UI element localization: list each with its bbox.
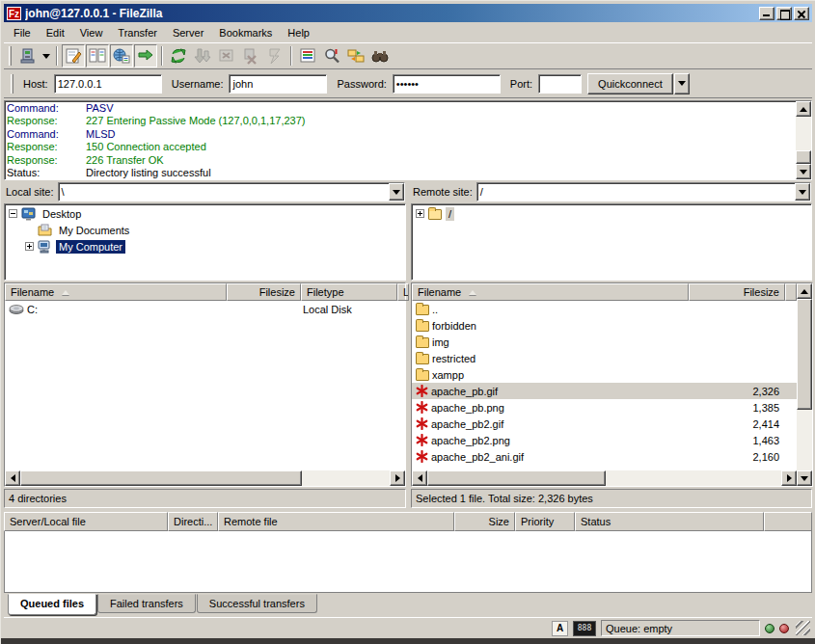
reconnect-button[interactable]: [263, 44, 286, 67]
remote-vertical-scrollbar[interactable]: [797, 283, 812, 486]
directory-listing-filters-button[interactable]: [296, 44, 319, 67]
file-row[interactable]: apache_pb2.gif 2,414: [412, 416, 797, 432]
file-row[interactable]: xampp: [412, 366, 797, 383]
resize-grip[interactable]: [796, 621, 810, 635]
menu-view[interactable]: View: [72, 24, 111, 41]
scrollbar-thumb[interactable]: [797, 299, 812, 410]
toggle-message-log-button[interactable]: [62, 44, 85, 67]
tree-item-desktop[interactable]: Desktop: [5, 205, 405, 222]
queue-list[interactable]: [4, 531, 812, 593]
column-header-filename[interactable]: Filename: [412, 283, 689, 301]
scroll-left-button[interactable]: [412, 470, 427, 486]
scroll-left-button[interactable]: [5, 470, 20, 486]
chevron-down-icon: [799, 190, 806, 195]
scrollbar-thumb[interactable]: [20, 470, 302, 486]
local-site-combobox[interactable]: \: [58, 182, 405, 201]
file-row[interactable]: apache_pb2.png 1,463: [412, 432, 797, 448]
scroll-down-button[interactable]: [797, 470, 812, 486]
speed-limit-indicator[interactable]: 888: [573, 621, 596, 636]
menu-bookmarks[interactable]: Bookmarks: [211, 24, 280, 41]
column-header-filesize[interactable]: Filesize: [227, 283, 301, 301]
quickconnect-button[interactable]: Quickconnect: [587, 73, 673, 94]
cancel-operation-button[interactable]: [215, 44, 238, 67]
combo-dropdown-button[interactable]: [795, 183, 810, 201]
expand-icon[interactable]: [416, 209, 424, 218]
tree-item-my-documents[interactable]: My Documents: [5, 222, 405, 238]
file-row-c-drive[interactable]: C: Local Disk: [5, 301, 405, 317]
my-documents-icon: [38, 224, 52, 236]
expand-icon[interactable]: [25, 242, 34, 251]
remote-site-combobox[interactable]: /: [476, 182, 811, 201]
tab-queued-files[interactable]: Queued files: [8, 594, 96, 615]
quickconnect-dropdown[interactable]: [674, 73, 690, 94]
toolbar-grip[interactable]: [9, 46, 12, 66]
title-bar[interactable]: Fz john@127.0.0.1 - FileZilla: [4, 4, 812, 22]
site-manager-dropdown[interactable]: [40, 44, 52, 67]
chevron-down-icon: [393, 190, 400, 195]
file-row[interactable]: restricted: [412, 350, 797, 366]
column-header-status[interactable]: Status: [575, 512, 764, 531]
directory-comparison-button[interactable]: [344, 44, 367, 67]
column-header-server-local-file[interactable]: Server/Local file: [4, 512, 168, 531]
tree-item-root[interactable]: /: [412, 205, 811, 222]
column-header-size[interactable]: Size: [454, 512, 515, 531]
scrollbar-thumb[interactable]: [427, 470, 606, 486]
file-row[interactable]: forbidden: [412, 317, 797, 334]
column-header-filename[interactable]: Filename: [5, 283, 227, 301]
menu-edit[interactable]: Edit: [39, 24, 72, 41]
tab-failed-transfers[interactable]: Failed transfers: [97, 594, 196, 613]
scroll-up-button[interactable]: [796, 101, 811, 117]
column-header-filler: [785, 283, 797, 301]
local-site-label: Local site:: [6, 186, 54, 198]
column-header-priority[interactable]: Priority: [515, 512, 575, 531]
file-row[interactable]: img: [412, 334, 797, 350]
toolbar-separator: [161, 46, 163, 66]
remote-horizontal-scrollbar[interactable]: [412, 470, 797, 486]
menu-file[interactable]: File: [6, 24, 39, 41]
maximize-button[interactable]: [776, 7, 792, 20]
tree-item-my-computer[interactable]: My Computer: [5, 238, 405, 255]
file-search-button[interactable]: [320, 44, 343, 67]
log-scrollbar[interactable]: [796, 101, 811, 179]
menu-server[interactable]: Server: [165, 24, 211, 41]
column-header-filesize[interactable]: Filesize: [689, 283, 785, 301]
transfer-type-indicator[interactable]: A: [552, 621, 568, 636]
folder-icon: [416, 303, 429, 315]
minimize-button[interactable]: [759, 7, 774, 20]
menu-transfer[interactable]: Transfer: [110, 24, 165, 41]
toggle-remote-tree-button[interactable]: [110, 44, 133, 67]
quickbar-grip[interactable]: [11, 74, 14, 94]
toggle-transfer-queue-button[interactable]: [134, 44, 157, 67]
scrollbar-thumb[interactable]: [796, 150, 811, 164]
host-input[interactable]: [54, 74, 162, 94]
file-row[interactable]: ..: [412, 301, 797, 317]
password-input[interactable]: [393, 74, 501, 94]
toggle-local-tree-button[interactable]: [86, 44, 109, 67]
column-header-filetype[interactable]: Filetype: [301, 283, 397, 301]
menu-help[interactable]: Help: [280, 24, 317, 41]
local-horizontal-scrollbar[interactable]: [5, 470, 405, 486]
scroll-right-button[interactable]: [781, 470, 797, 486]
scroll-down-button[interactable]: [796, 164, 811, 179]
process-queue-button[interactable]: [191, 44, 214, 67]
column-header-remote-file[interactable]: Remote file: [218, 512, 454, 531]
username-label: Username:: [172, 78, 224, 90]
scroll-right-button[interactable]: [390, 470, 405, 486]
disconnect-button[interactable]: [239, 44, 262, 67]
file-row-selected[interactable]: apache_pb.gif 2,326: [412, 383, 797, 399]
tab-successful-transfers[interactable]: Successful transfers: [197, 594, 317, 613]
port-input[interactable]: [538, 74, 582, 94]
close-button[interactable]: [794, 7, 809, 20]
username-input[interactable]: [229, 74, 327, 94]
site-manager-button[interactable]: [15, 44, 39, 67]
synchronized-browsing-button[interactable]: [368, 44, 392, 67]
column-header-direction[interactable]: Directi...: [168, 512, 218, 531]
collapse-icon[interactable]: [9, 209, 17, 218]
log-text: 226 Transfer OK: [86, 154, 164, 167]
file-row[interactable]: apache_pb.png 1,385: [412, 399, 797, 416]
file-row[interactable]: apache_pb2_ani.gif 2,160: [412, 448, 797, 465]
combo-dropdown-button[interactable]: [389, 183, 404, 201]
open-folder-icon: [428, 207, 442, 220]
refresh-button[interactable]: [167, 44, 190, 67]
scroll-up-button[interactable]: [797, 283, 812, 299]
